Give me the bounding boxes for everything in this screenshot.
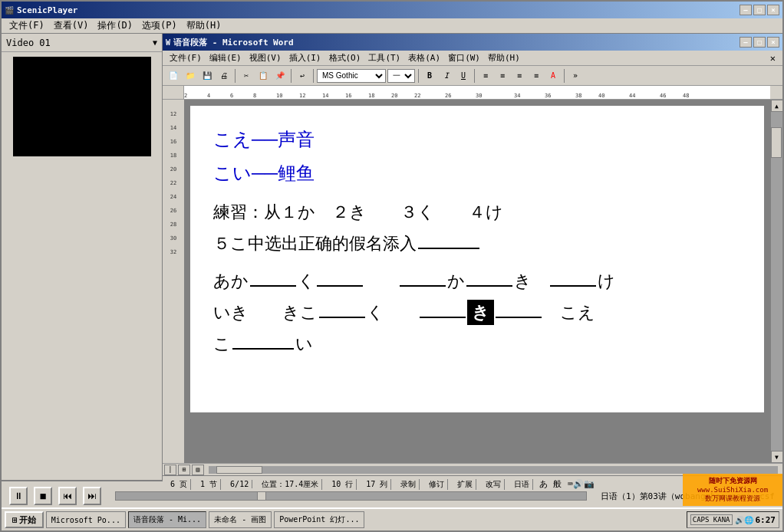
scenic-menu-view[interactable]: 查看(V) <box>49 19 94 32</box>
word-document-page: こえ──声音 こい──鲤鱼 練習：从１か ２き ３く ４け ５こ中选出正 <box>190 106 764 412</box>
toolbar-bold-button[interactable]: B <box>422 68 437 84</box>
word-page-container[interactable]: こえ──声音 こい──鲤鱼 練習：从１か ２き ３く ４け ５こ中选出正 <box>184 100 770 463</box>
player-pause-button[interactable]: ⏸ <box>9 487 28 505</box>
toolbar-align-center-button[interactable]: ≡ <box>495 68 510 84</box>
video-expand-icon[interactable]: ▼ <box>153 38 157 47</box>
word-menu-format[interactable]: 格式(O) <box>325 52 365 64</box>
view-normal-button[interactable]: | <box>164 465 176 475</box>
taskbar-item-2-label: 未命名 - 画图 <box>214 514 266 525</box>
player-prev-button[interactable]: ⏮ <box>58 487 77 505</box>
word-help-close[interactable]: ✕ <box>766 53 779 64</box>
status-col: 17 列 <box>363 479 391 490</box>
blank-2 <box>250 285 296 287</box>
highlighted-ki: き <box>467 300 494 325</box>
horizontal-scrollbar[interactable] <box>209 466 778 474</box>
toolbar-new-button[interactable]: 📄 <box>166 68 181 84</box>
watermark-line2: www.SuiShiXia.com <box>685 486 780 494</box>
word-menu-window[interactable]: 窗口(W) <box>444 52 484 64</box>
toolbar-sep4 <box>418 69 419 83</box>
status-jp-chars: あ 般 <box>539 478 562 490</box>
word-menu-insert[interactable]: 插入(I) <box>285 52 325 64</box>
word-menu-table[interactable]: 表格(A) <box>404 52 444 64</box>
scrollbar-track[interactable] <box>771 112 782 451</box>
word-minimize-button[interactable]: — <box>740 37 752 48</box>
scroll-down-button[interactable]: ▼ <box>771 451 783 463</box>
word-close-button[interactable]: × <box>767 37 779 48</box>
toolbar-italic-button[interactable]: I <box>439 68 454 84</box>
scenic-menu-help[interactable]: 帮助(H) <box>182 19 226 32</box>
scenic-maximize-button[interactable]: □ <box>753 5 766 15</box>
scenic-menu-file[interactable]: 文件(F) <box>5 19 49 32</box>
doc-line-3: 練習：从１か ２き ３く ４け <box>213 199 741 225</box>
taskbar-item-3[interactable]: PowerPoint 幻灯... <box>274 511 364 528</box>
video-label: Video 01 ▼ <box>2 34 162 52</box>
toolbar-paste-button[interactable]: 📌 <box>272 68 288 84</box>
word-menu-tools[interactable]: 工具(T) <box>364 52 404 64</box>
taskbar-item-0-label: Microsoft Po... <box>51 516 120 524</box>
word-menu-help[interactable]: 帮助(H) <box>484 52 524 64</box>
doc-line-1: こえ──声音 <box>213 126 741 153</box>
word-scrollbar[interactable]: ▲ ▼ <box>770 100 782 463</box>
toolbar-more-button[interactable]: » <box>568 68 583 84</box>
doc-text-exercise2: ５こ中选出正确的假名添入 <box>213 234 481 253</box>
doc-text-line2: こい──鲤鱼 <box>213 163 315 183</box>
doc-line-5: あかく かき け <box>213 268 741 294</box>
font-size-select[interactable]: 一号· <box>387 69 415 83</box>
word-maximize-button[interactable]: □ <box>753 37 766 48</box>
word-menu-view[interactable]: 视图(V) <box>245 52 285 64</box>
toolbar-copy-button[interactable]: 📋 <box>255 68 271 84</box>
system-tray: CAPS KANA 🔊🌐 6:27 <box>687 511 779 528</box>
scenic-close-button[interactable]: × <box>767 5 779 15</box>
word-menu-edit[interactable]: 编辑(E) <box>206 52 245 64</box>
toolbar-underline-button[interactable]: U <box>456 68 471 84</box>
toolbar-sep5 <box>474 69 475 83</box>
scenic-left-panel: Video 01 ▼ <box>2 34 163 480</box>
toolbar-align-right-button[interactable]: ≡ <box>512 68 527 84</box>
doc-line-7: こい <box>213 331 741 356</box>
doc-text-fill1: あかく かき け <box>213 271 615 291</box>
start-label: 开始 <box>19 514 36 526</box>
start-button[interactable]: ⊞ 开始 <box>5 511 44 528</box>
word-title: 语音段落 - Microsoft Word <box>173 37 294 48</box>
player-progress-bar[interactable] <box>115 491 587 501</box>
font-name-select[interactable]: MS Gothic <box>317 69 386 83</box>
toolbar-justify-button[interactable]: ≡ <box>529 68 544 84</box>
blank-1 <box>418 248 479 249</box>
view-print-button[interactable]: ▤ <box>192 465 204 475</box>
toolbar-cut-button[interactable]: ✂ <box>239 68 254 84</box>
blank-3 <box>317 285 363 287</box>
player-stop-button[interactable]: ■ <box>34 487 52 505</box>
scenic-minimize-button[interactable]: — <box>740 5 752 15</box>
status-extend: 扩展 <box>454 479 476 490</box>
word-menu-file[interactable]: 文件(F) <box>166 52 206 64</box>
taskbar-item-1[interactable]: 语音段落 - Mi... <box>128 511 206 528</box>
scenic-titlebar-buttons: — □ × <box>740 5 779 15</box>
taskbar-item-0[interactable]: Microsoft Po... <box>46 511 126 528</box>
scrollbar-thumb[interactable] <box>771 127 782 158</box>
taskbar-item-3-label: PowerPoint 幻灯... <box>279 514 359 525</box>
word-doc-wrapper: 12 14 16 18 20 22 24 26 28 30 32 <box>163 100 782 463</box>
toolbar-open-button[interactable]: 📁 <box>183 68 198 84</box>
toolbar-align-left-button[interactable]: ≡ <box>478 68 493 84</box>
scenic-menu-operate[interactable]: 操作(D) <box>93 19 137 32</box>
view-web-button[interactable]: ⊞ <box>178 465 190 475</box>
toolbar-sep1 <box>235 69 236 83</box>
taskbar-item-2[interactable]: 未命名 - 画图 <box>209 511 272 528</box>
toolbar-print-button[interactable]: 🖨 <box>216 68 232 84</box>
status-section: 1 节 <box>197 479 221 490</box>
scroll-up-button[interactable]: ▲ <box>771 100 783 112</box>
progress-thumb[interactable] <box>257 491 266 501</box>
scenic-menu-options[interactable]: 选项(P) <box>137 19 182 32</box>
word-window-buttons: — □ × <box>740 37 779 48</box>
tray-icons: 🔊🌐 <box>735 516 753 524</box>
toolbar-undo-button[interactable]: ↩ <box>295 68 310 84</box>
status-position: 6/12 <box>227 480 252 488</box>
toolbar-font-color-button[interactable]: A <box>545 68 561 84</box>
scenic-player-window: 🎬 ScenicPlayer — □ × 文件(F) 查看(V) 操作(D) 选… <box>0 0 784 532</box>
blank-10 <box>232 348 294 350</box>
blank-6 <box>550 285 596 287</box>
blank-8 <box>420 317 466 318</box>
h-scrollbar-thumb[interactable] <box>216 466 262 474</box>
player-next-button[interactable]: ⏭ <box>83 487 101 505</box>
toolbar-save-button[interactable]: 💾 <box>199 68 215 84</box>
